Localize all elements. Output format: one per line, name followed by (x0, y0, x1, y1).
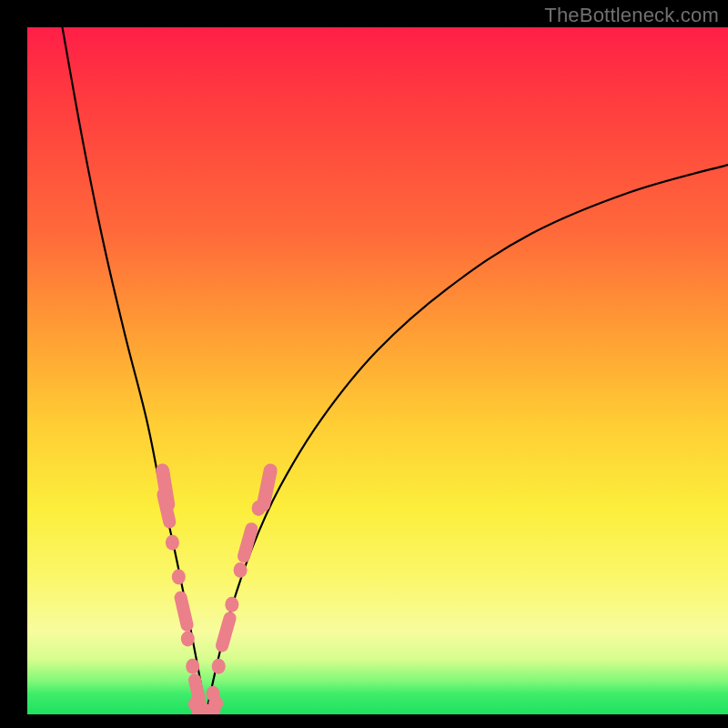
right-branch-curve (206, 165, 728, 714)
bead (166, 535, 179, 551)
bead (208, 696, 223, 711)
bead (225, 597, 238, 612)
plot-area (27, 27, 728, 714)
chart-container: TheBottleneck.com (0, 0, 728, 728)
bead (212, 659, 226, 674)
bead (172, 570, 186, 585)
watermark-text: TheBottleneck.com (544, 4, 719, 27)
bead-group (163, 470, 271, 712)
bead-pill (163, 494, 169, 521)
bead (186, 659, 199, 674)
bead-pill (244, 529, 251, 556)
curve-layer (27, 27, 728, 714)
bead (181, 631, 195, 646)
bead-pill (263, 470, 270, 505)
bead (234, 562, 248, 578)
bead-pill (222, 618, 229, 645)
bead-pill (181, 598, 187, 625)
